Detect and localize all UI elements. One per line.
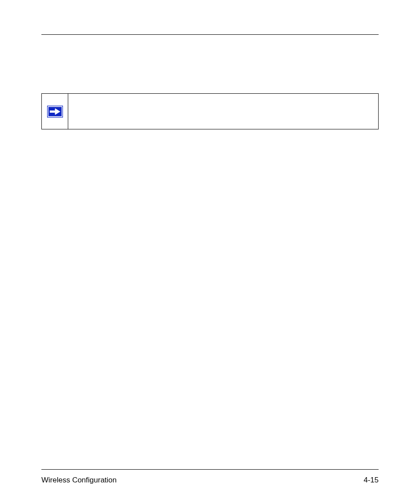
- page-footer: Wireless Configuration 4-15: [41, 476, 379, 485]
- svg-rect-2: [50, 110, 56, 113]
- arrow-right-icon: [47, 106, 63, 118]
- note-icon-cell: [42, 94, 68, 129]
- top-horizontal-rule: [41, 34, 379, 35]
- note-content: [68, 94, 378, 129]
- note-callout-box: [41, 93, 379, 129]
- document-page: Wireless Configuration 4-15: [0, 0, 420, 504]
- bottom-horizontal-rule: [41, 469, 379, 470]
- footer-page-number: 4-15: [364, 476, 379, 485]
- footer-section-title: Wireless Configuration: [41, 476, 117, 485]
